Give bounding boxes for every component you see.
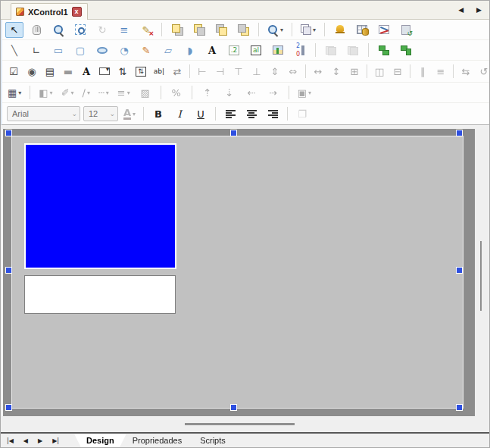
bring-to-front-button[interactable] [168, 22, 186, 38]
updown-control-button[interactable]: ⇅ [114, 64, 131, 80]
zoom-level-dropdown-caret[interactable]: ▾ [280, 27, 283, 33]
radio-control-button[interactable]: ◉ [23, 64, 40, 80]
previous-tab-button[interactable]: ◀ [23, 438, 28, 444]
italic-button[interactable]: I [170, 106, 189, 122]
position-size-dropdown-caret[interactable]: ▾ [308, 89, 311, 96]
bold-button[interactable]: B [149, 106, 167, 122]
selection-handle-bottom-center[interactable] [230, 404, 237, 411]
toolbar-row-selection: ↖↻≡✎▾▾ [2, 20, 489, 40]
display-text-tool-button[interactable]: al [247, 42, 265, 58]
line-tool-button[interactable]: ╲ [5, 42, 23, 58]
chevron-down-icon[interactable]: ⌄ [71, 110, 77, 117]
last-tab-button[interactable]: ▶| [52, 438, 59, 444]
line-color-dropdown-caret[interactable]: ▾ [87, 89, 90, 96]
line-width-dropdown-caret[interactable]: ▾ [127, 89, 130, 96]
selection-handle-bottom-left[interactable] [5, 404, 12, 411]
zoom-tool-button[interactable] [49, 22, 67, 38]
selection-handle-bottom-right[interactable] [456, 404, 463, 411]
grid-toggle-dropdown-caret[interactable]: ▾ [18, 89, 21, 96]
combobox-control-button[interactable] [96, 64, 113, 80]
listbox-control-button[interactable]: ▤ [42, 64, 58, 80]
text-tool-icon: A [208, 45, 216, 55]
white-rectangle-object[interactable] [24, 275, 176, 314]
insert-alarm-button[interactable] [331, 22, 349, 38]
associate-symbol-insert-button[interactable] [397, 42, 415, 58]
scale-tool-button[interactable] [291, 42, 309, 58]
font-size-combobox[interactable]: 12 ⌄ [83, 106, 118, 121]
vertical-scrollbar[interactable] [475, 129, 490, 416]
tab-design[interactable]: Design [74, 434, 126, 448]
fill-color-dropdown-caret[interactable]: ▾ [50, 89, 53, 96]
grid-toggle-button[interactable]: ▦▾ [5, 85, 23, 101]
pencil-tool-button[interactable]: ✎ [137, 42, 155, 58]
insert-database-button[interactable] [353, 22, 371, 38]
polyline-tool-button[interactable]: ∟ [27, 42, 45, 58]
align-text-right-button[interactable] [264, 106, 282, 122]
selection-handle-top-right[interactable] [456, 130, 463, 136]
selection-handle-top-left[interactable] [5, 130, 12, 136]
rotate-selection-button: ↺ [476, 64, 490, 80]
selection-handle-top-center[interactable] [230, 130, 237, 136]
organize-tool-button[interactable]: ≡ [115, 22, 133, 38]
first-tab-button[interactable]: |◀ [7, 438, 14, 444]
polygon-tool-button[interactable]: ▱ [159, 42, 177, 58]
selection-handle-middle-left[interactable] [5, 267, 12, 274]
zoom-level-button[interactable]: ▾ [265, 22, 286, 38]
label-control-button[interactable]: A [78, 64, 95, 80]
send-to-back-button[interactable] [190, 22, 208, 38]
chevron-down-icon[interactable]: ⌄ [109, 110, 115, 117]
tab-scripts[interactable]: Scripts [188, 434, 238, 448]
rounded-rectangle-tool-button[interactable]: ▢ [71, 42, 89, 58]
insert-chart-button[interactable] [375, 22, 393, 38]
underline-button[interactable]: U [192, 106, 210, 122]
bring-forward-button[interactable] [212, 22, 230, 38]
horizontal-scrollbar-thumb[interactable] [185, 423, 295, 425]
selection-handle-middle-right[interactable] [456, 267, 463, 274]
associate-symbol-icon [379, 45, 389, 55]
picture-tool-button[interactable] [269, 42, 287, 58]
ellipse-tool-button[interactable] [93, 42, 111, 58]
line-style-dropdown-caret[interactable]: ▾ [106, 89, 109, 96]
tab-propriedades[interactable]: Propriedades [120, 434, 194, 448]
checkbox-control-button[interactable]: ☑ [5, 64, 22, 80]
edit-points-tool-button[interactable]: ✎ [137, 22, 155, 38]
group-objects-button[interactable]: ▾ [298, 22, 318, 38]
select-tool-button[interactable]: ↖ [5, 22, 23, 38]
insert-recipe-button[interactable] [397, 22, 415, 38]
font-family-combobox[interactable]: Arial ⌄ [7, 106, 80, 121]
close-tab-button[interactable]: x [72, 7, 82, 17]
scroll-tabs-left-icon[interactable]: ◀ [458, 7, 463, 14]
display-value-tool-icon: .2 [229, 45, 240, 55]
rectangle-tool-button[interactable]: ▭ [49, 42, 67, 58]
align-text-left-button[interactable] [221, 106, 239, 122]
display-value-tool-button[interactable]: .2 [225, 42, 243, 58]
document-tab-xcontrol1[interactable]: XControl1 x [11, 3, 88, 20]
associate-symbol-button[interactable] [375, 42, 393, 58]
pan-tool-button[interactable] [27, 22, 45, 38]
toolbar-separator [324, 23, 325, 36]
arc-tool-button[interactable]: ◔ [115, 42, 133, 58]
scroll-tabs-right-icon[interactable]: ▶ [476, 7, 482, 14]
align-text-center-button[interactable] [242, 106, 261, 122]
font-color-dropdown-caret[interactable]: ▾ [133, 111, 136, 117]
textbox-control-button[interactable]: ab| [151, 64, 167, 80]
text-tool-button[interactable]: A [203, 42, 221, 58]
flip-control-button[interactable]: ⇄ [169, 64, 186, 80]
resize-handles-button: ⇆ [457, 64, 474, 80]
associate-symbol-insert-icon [401, 45, 411, 55]
design-area[interactable] [1, 129, 475, 416]
spin-control-button[interactable]: ⇅ [133, 64, 149, 80]
line-width-button: ≡▾ [115, 85, 133, 101]
send-backward-button[interactable] [234, 22, 252, 38]
zoom-selection-tool-button[interactable] [71, 22, 89, 38]
horizontal-scrollbar[interactable] [1, 416, 490, 432]
next-tab-button[interactable]: ▶ [38, 438, 42, 444]
align-text-center-icon [247, 110, 257, 118]
group-objects-dropdown-caret[interactable]: ▾ [313, 27, 316, 33]
vertical-scrollbar-thumb[interactable] [480, 241, 482, 311]
curve-tool-button[interactable]: ◗ [181, 42, 199, 58]
space-evenly-horizontal-icon: ∥ [420, 67, 426, 77]
button-control-button[interactable]: ▬ [60, 64, 76, 80]
brush-style-dropdown-caret[interactable]: ▾ [71, 89, 74, 96]
blue-rectangle-object[interactable] [24, 143, 176, 269]
